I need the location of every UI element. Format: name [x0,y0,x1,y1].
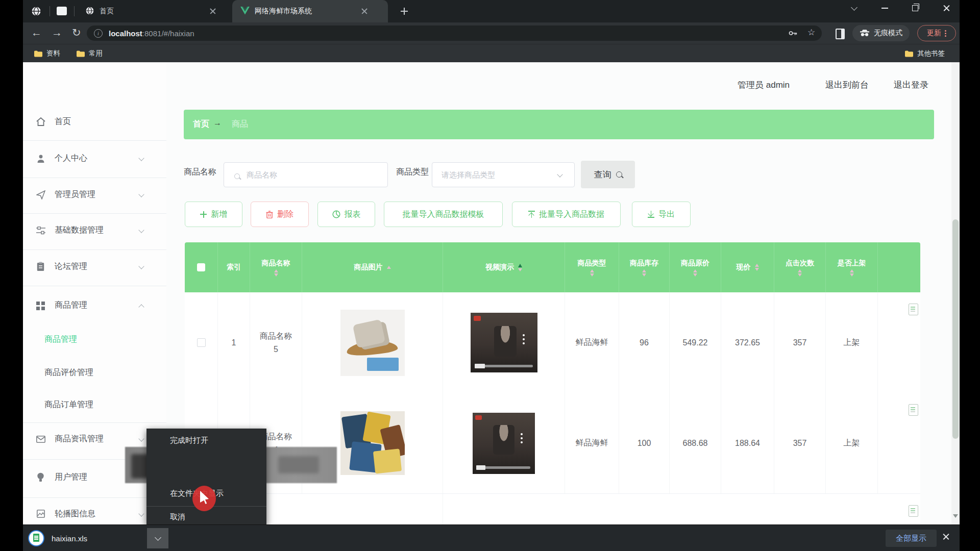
restore-button[interactable] [903,0,927,16]
download-chip[interactable]: haixian.xls [28,528,145,548]
submenu-item-goods-review[interactable]: 商品评价管理 [23,363,166,384]
tab-app-active[interactable]: 网络海鲜市场系统 [232,0,388,22]
sidebar-item-label: 基础数据管理 [55,225,104,236]
scrollbar-down-arrow[interactable] [953,514,958,518]
header-price[interactable]: 现价 [721,242,774,292]
export-button[interactable]: 导出 [632,202,691,227]
reload-button[interactable]: ↻ [72,27,81,38]
pinned-tab-globe[interactable] [31,6,42,19]
logout-link[interactable]: 退出登录 [894,79,928,91]
search-button[interactable]: 查询 [581,161,635,188]
header-goods-type[interactable]: 商品类型 [565,242,619,292]
menu-dots-icon [945,30,946,37]
sidebar-item-carousel-info[interactable]: 轮播图信息 [23,504,166,524]
header-video-demo[interactable]: 视频演示 [443,242,565,292]
sort-carets[interactable] [642,269,646,277]
import-data-button[interactable]: 批量导入商品数据 [512,202,621,227]
document-action-icon[interactable] [909,505,918,517]
document-action-icon[interactable] [909,404,918,416]
chevron-down-icon [138,155,144,161]
sort-carets[interactable] [590,269,594,277]
bookmark-folder-changyong[interactable]: 常用 [77,44,103,63]
pinned-tab-blank[interactable] [57,7,67,15]
folder-icon [77,51,85,57]
header-on-shelf[interactable]: 是否上架 [826,242,878,292]
sidebar-item-personal-center[interactable]: 个人中心 [23,148,166,170]
sidebar-item-base-data[interactable]: 基础数据管理 [23,220,166,242]
product-image[interactable] [340,310,405,376]
chevron-down-icon [138,191,144,197]
header-index[interactable]: 索引 [218,242,250,292]
sort-carets[interactable] [850,269,854,277]
document-action-icon[interactable] [909,304,918,315]
address-bar[interactable]: i localhost :8081/#/haixian ☆ [87,26,822,41]
minimize-button[interactable] [873,0,896,16]
report-button[interactable]: 报表 [317,202,375,227]
page-scrollbar[interactable] [951,62,960,524]
site-info-icon[interactable]: i [94,29,103,38]
submenu-item-goods-mgmt[interactable]: 商品管理 [23,330,166,350]
show-all-downloads-button[interactable]: 全部显示 [886,530,937,547]
sidebar-item-home[interactable]: 首页 [23,111,166,134]
video-thumbnail[interactable] [471,313,537,372]
incognito-label: 无痕模式 [874,29,902,38]
sidebar-item-admin-mgmt[interactable]: 管理员管理 [23,184,166,207]
header-stock[interactable]: 商品库存 [619,242,670,292]
sort-carets[interactable] [798,269,802,277]
header-goods-image[interactable]: 商品图片 [302,242,443,292]
price-value: 372.65 [735,338,760,347]
divider [23,286,166,286]
header-actions [878,242,920,292]
delete-button[interactable]: 删除 [251,202,309,227]
video-thumbnail[interactable] [473,413,535,474]
divider [23,213,166,214]
tab-close-icon[interactable] [210,8,216,14]
exit-to-front-link[interactable]: 退出到前台 [825,79,869,91]
chevron-down-icon [138,227,144,233]
tab-home[interactable]: 首页 [77,0,230,22]
sidebar-item-forum-mgmt[interactable]: 论坛管理 [23,256,166,279]
add-button[interactable]: 新增 [185,202,242,227]
header-clicks[interactable]: 点击次数 [774,242,826,292]
header-label: 索引 [227,263,241,272]
bookmark-star-icon[interactable]: ☆ [807,27,815,38]
other-bookmarks[interactable]: 其他书签 [905,44,945,63]
close-icon [943,5,950,12]
password-key-icon[interactable] [789,29,798,39]
header-original-price[interactable]: 商品原价 [670,242,721,292]
goods-type-select[interactable]: 请选择商品类型 [432,162,575,187]
cell-stock: 96 [619,292,670,393]
download-bar: haixian.xls 全部显示 [23,524,960,551]
forward-button[interactable]: → [52,27,62,38]
side-panel-button[interactable] [836,29,845,39]
sort-carets-active[interactable] [518,264,522,271]
menu-item-cancel[interactable]: 取消 [146,509,266,524]
product-image[interactable] [340,411,405,475]
divider [23,178,166,178]
sort-carets[interactable] [274,269,278,277]
goods-name-input[interactable]: 商品名称 [224,162,388,187]
scrollbar-thumb[interactable] [952,219,959,439]
price-value: 188.64 [735,439,760,448]
bookmark-folder-ziliao[interactable]: 资料 [34,44,60,63]
back-button[interactable]: ← [31,27,42,38]
download-menu-button[interactable] [147,528,168,548]
sort-carets[interactable] [693,269,697,277]
sort-carets[interactable] [755,264,759,271]
submenu-item-goods-orders[interactable]: 商品订单管理 [23,395,166,416]
cell-clicks: 357 [774,393,826,493]
header-goods-name[interactable]: 商品名称 [250,242,302,292]
update-chrome-button[interactable]: 更新 [917,25,956,41]
row-checkbox[interactable] [197,338,206,347]
close-button[interactable] [935,0,958,16]
select-all-checkbox[interactable] [197,263,205,271]
import-template-button[interactable]: 批量导入商品数据模板 [384,202,503,227]
tab-search-button[interactable] [842,0,866,16]
url-path: :8081/#/haixian [142,29,194,38]
filter-name-label: 商品名称 [184,167,216,178]
sidebar-item-goods-mgmt[interactable]: 商品管理 [23,295,166,317]
sort-caret[interactable] [387,266,391,269]
tab-close-icon[interactable] [361,8,368,14]
breadcrumb-home[interactable]: 首页 [193,119,209,130]
menu-item-open-when-done[interactable]: 完成时打开 [146,433,266,448]
